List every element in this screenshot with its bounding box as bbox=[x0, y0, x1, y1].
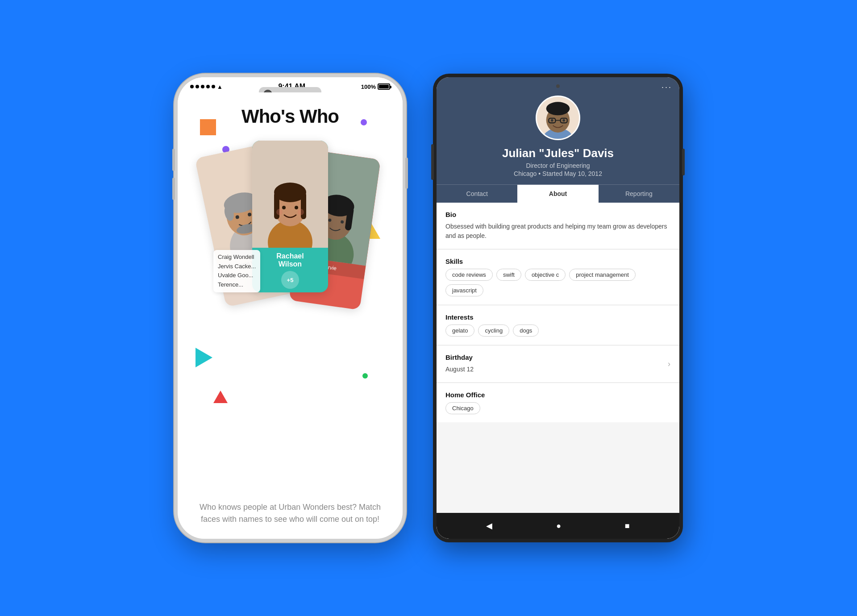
name-list-item-2: Jervis Cacke... bbox=[218, 262, 256, 271]
skill-tag-2[interactable]: swift bbox=[496, 269, 521, 281]
bio-title: Bio bbox=[445, 211, 670, 218]
birthday-row: Birthday August 12 › bbox=[445, 354, 670, 374]
skill-tag-4[interactable]: project management bbox=[569, 269, 636, 281]
svg-point-37 bbox=[551, 119, 553, 122]
wifi-icon: ▲ bbox=[217, 83, 223, 90]
svg-rect-24 bbox=[301, 192, 306, 219]
profile-header: ··· bbox=[437, 77, 679, 203]
battery-icon bbox=[378, 83, 390, 90]
android-power-button bbox=[682, 149, 685, 175]
skills-tags: code reviews swift objective c project m… bbox=[445, 269, 670, 296]
signal-dot-4 bbox=[206, 85, 210, 88]
iphone-device: ▲ 9:41 AM 100% Who's Who bbox=[174, 74, 406, 542]
birthday-chevron: › bbox=[668, 359, 670, 369]
svg-point-26 bbox=[295, 206, 298, 209]
interest-tag-1[interactable]: gelato bbox=[445, 325, 474, 337]
name-list-item-1: Craig Wondell bbox=[218, 253, 256, 262]
svg-point-33 bbox=[546, 102, 570, 115]
svg-point-27 bbox=[276, 209, 283, 215]
decor-green-dot bbox=[362, 373, 368, 379]
nav-home-button[interactable]: ● bbox=[551, 520, 566, 533]
signal-dot-2 bbox=[196, 85, 199, 88]
skill-tag-1[interactable]: code reviews bbox=[445, 269, 493, 281]
tab-about[interactable]: About bbox=[517, 185, 598, 203]
profile-body: Bio Obsessed with building great product… bbox=[437, 203, 679, 513]
nav-back-button[interactable]: ◀ bbox=[481, 519, 498, 533]
person-female-photo bbox=[252, 141, 328, 248]
birthday-content: Birthday August 12 bbox=[445, 354, 474, 374]
birthday-section[interactable]: Birthday August 12 › bbox=[437, 345, 679, 382]
svg-point-38 bbox=[562, 119, 565, 122]
card-center[interactable]: RachaelWilson +5 NICE! bbox=[252, 141, 328, 292]
bio-section: Bio Obsessed with building great product… bbox=[437, 203, 679, 249]
signal-dot-3 bbox=[201, 85, 204, 88]
decor-red-triangle bbox=[213, 391, 228, 403]
skills-title: Skills bbox=[445, 258, 670, 265]
skills-section: Skills code reviews swift objective c pr… bbox=[437, 250, 679, 304]
status-time: 9:41 AM bbox=[278, 83, 305, 91]
iphone-screen: ▲ 9:41 AM 100% Who's Who bbox=[178, 77, 403, 539]
whos-who-content: Who's Who bbox=[178, 92, 403, 492]
home-office-title: Home Office bbox=[445, 391, 670, 399]
card-center-name: RachaelWilson bbox=[256, 252, 324, 268]
interests-title: Interests bbox=[445, 313, 670, 321]
avatar-svg bbox=[537, 96, 579, 139]
birthday-title: Birthday bbox=[445, 354, 474, 361]
interest-tag-3[interactable]: dogs bbox=[513, 325, 539, 337]
signal-indicators: ▲ bbox=[190, 83, 223, 90]
interests-tags: gelato cycling dogs bbox=[445, 325, 670, 337]
profile-name: Julian "Jules" Davis bbox=[502, 146, 614, 160]
home-office-section: Home Office Chicago bbox=[437, 383, 679, 422]
name-list-item-3: Uvalde Goo... bbox=[218, 271, 256, 280]
android-device: ··· bbox=[433, 74, 683, 542]
profile-title: Director of Engineering bbox=[526, 162, 590, 169]
tab-contact[interactable]: Contact bbox=[437, 185, 517, 203]
android-nav-bar: ◀ ● ■ bbox=[437, 513, 679, 539]
card-center-nice: NICE! bbox=[256, 291, 324, 292]
home-office-tags: Chicago bbox=[445, 402, 670, 414]
nav-recent-button[interactable]: ■ bbox=[620, 520, 635, 533]
decor-purple-dot2 bbox=[361, 119, 367, 125]
skill-tag-3[interactable]: objective c bbox=[525, 269, 566, 281]
interest-tag-2[interactable]: cycling bbox=[478, 325, 509, 337]
home-office-tag[interactable]: Chicago bbox=[445, 402, 480, 414]
iphone-vol-up-button bbox=[172, 149, 175, 171]
battery-indicator: 100% bbox=[361, 83, 390, 90]
svg-point-28 bbox=[298, 209, 304, 215]
profile-avatar bbox=[536, 96, 580, 140]
signal-dot-5 bbox=[212, 85, 215, 88]
svg-rect-23 bbox=[274, 192, 279, 219]
profile-tabs: Contact About Reporting bbox=[437, 184, 679, 203]
svg-point-25 bbox=[282, 206, 286, 209]
header-top-bar: ··· bbox=[437, 77, 679, 92]
iphone-status-bar: ▲ 9:41 AM 100% bbox=[178, 77, 403, 92]
iphone-vol-down-button bbox=[172, 178, 175, 200]
tab-reporting[interactable]: Reporting bbox=[599, 185, 679, 203]
interests-section: Interests gelato cycling dogs bbox=[437, 305, 679, 345]
profile-location: Chicago • Started May 10, 2012 bbox=[514, 170, 602, 177]
android-vol-button bbox=[431, 144, 434, 180]
bottom-caption: Who knows people at Urban Wonders best? … bbox=[178, 492, 403, 539]
whos-who-title: Who's Who bbox=[241, 106, 339, 127]
name-list: Craig Wondell Jervis Cacke... Uvalde Goo… bbox=[213, 250, 260, 292]
name-list-item-4: Terence... bbox=[218, 280, 256, 290]
skill-tag-5[interactable]: javascript bbox=[445, 284, 483, 296]
person-female-svg bbox=[263, 150, 317, 248]
signal-dot-1 bbox=[190, 85, 194, 88]
battery-percentage: 100% bbox=[361, 83, 376, 90]
card-center-bottom: RachaelWilson +5 NICE! bbox=[252, 248, 328, 292]
more-options-button[interactable]: ··· bbox=[661, 83, 672, 92]
android-screen: ··· bbox=[437, 77, 679, 539]
cards-stack: Craig Wondell bbox=[210, 141, 370, 310]
birthday-value: August 12 bbox=[445, 365, 474, 374]
card-center-badge: +5 bbox=[281, 271, 299, 289]
decor-cyan-triangle bbox=[196, 348, 212, 367]
iphone-power-button bbox=[405, 158, 408, 189]
bio-text: Obsessed with building great products an… bbox=[445, 222, 670, 241]
decor-orange-square bbox=[200, 119, 216, 135]
